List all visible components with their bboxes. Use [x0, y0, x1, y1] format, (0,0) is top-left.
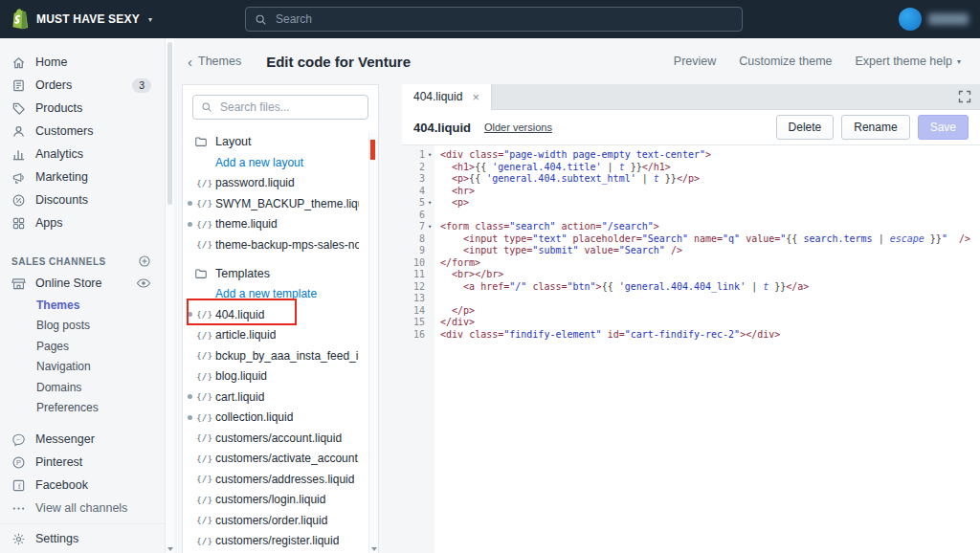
code-line: 4 <hr> [402, 186, 980, 198]
fold-caret-icon [425, 162, 434, 174]
fold-caret-icon[interactable]: ▾ [425, 149, 434, 162]
sidebar-item-facebook[interactable]: fFacebook [0, 474, 174, 497]
orders-icon [11, 78, 26, 93]
sidebar-item-analytics[interactable]: Analytics [0, 143, 174, 166]
sidebar-item-pages[interactable]: Pages [0, 336, 174, 357]
modified-dot [188, 394, 192, 399]
view-storefront-eye-icon[interactable] [136, 276, 151, 291]
file-name: collection.liquid [215, 410, 293, 424]
file-swym-backup-theme-liquid[interactable]: {/}SWYM_BACKUP_theme.liquid [183, 193, 378, 214]
header-action-customize-theme[interactable]: Customize theme [739, 55, 832, 68]
sidebar-item-marketing[interactable]: Marketing [0, 166, 174, 188]
sidebar-item-online-store[interactable]: Online Store [0, 272, 174, 295]
save-button[interactable]: Save [918, 115, 969, 140]
sidebar-item-apps[interactable]: Apps [0, 211, 174, 234]
rename-button[interactable]: Rename [841, 115, 909, 140]
code-text: </form> [434, 257, 480, 270]
sidebar-item-discounts[interactable]: Discounts [0, 188, 174, 211]
header-action-preview[interactable]: Preview [674, 55, 716, 68]
folder-templates[interactable]: Templates [183, 263, 378, 284]
fullscreen-icon[interactable] [957, 89, 972, 104]
sidebar-item-settings[interactable]: Settings [0, 523, 166, 553]
file-customers-order-liquid[interactable]: {/}customers/order.liquid [183, 510, 378, 531]
sidebar-item-label: Facebook [35, 478, 88, 492]
add-new-templates-link[interactable]: Add a new template [183, 284, 378, 305]
apps-icon [11, 216, 26, 231]
home-icon [11, 55, 26, 70]
products-icon [11, 101, 26, 116]
delete-button[interactable]: Delete [776, 115, 835, 140]
sidebar-item-preferences[interactable]: Preferences [0, 398, 174, 419]
sidebar-item-label: Discounts [35, 193, 88, 207]
sidebar-item-orders[interactable]: Orders3 [0, 74, 174, 97]
file-theme-backup-mps-sales-not[interactable]: {/}theme-backup-mps-sales-not... [183, 234, 378, 255]
file-customers-login-liquid[interactable]: {/}customers/login.liquid [183, 490, 378, 511]
sidebar-item-pinterest[interactable]: PPinterest [0, 451, 174, 474]
liquid-file-icon: {/} [196, 350, 215, 361]
file-theme-liquid[interactable]: {/}theme.liquid [183, 214, 378, 235]
scrollbar-thumb[interactable] [167, 42, 172, 205]
file-customers-register-liquid[interactable]: {/}customers/register.liquid [183, 531, 378, 552]
online-store-icon [11, 276, 26, 291]
sidebar-item-customers[interactable]: Customers [0, 120, 174, 143]
close-tab-icon[interactable]: × [472, 90, 479, 104]
add-new-layout-link[interactable]: Add a new layout [183, 152, 378, 173]
liquid-file-icon: {/} [196, 515, 215, 525]
sidebar-item-domains[interactable]: Domains [0, 377, 174, 398]
fold-caret-icon[interactable]: ▾ [425, 197, 434, 210]
tab-404-liquid[interactable]: 404.liquid × [402, 84, 492, 109]
sidebar-item-blog-posts[interactable]: Blog posts [0, 316, 174, 337]
file-search-input[interactable] [218, 100, 360, 115]
liquid-file-icon: {/} [196, 536, 215, 546]
sidebar-item-navigation[interactable]: Navigation [0, 357, 174, 378]
sidebar-item-products[interactable]: Products [0, 97, 174, 120]
line-number: 14 [402, 305, 434, 318]
sidebar-item-home[interactable]: Home [0, 51, 174, 74]
sidebar-item-themes[interactable]: Themes [0, 295, 174, 316]
code-text: <p>{{ 'general.404.subtext_html' | t }}<… [434, 173, 700, 186]
file-panel-scrollbar[interactable] [368, 133, 378, 553]
file-collection-liquid[interactable]: {/}collection.liquid [183, 408, 378, 429]
file-customers-activate-account-liq[interactable]: {/}customers/activate_account.liq... [183, 449, 378, 470]
svg-text:f: f [18, 481, 21, 491]
back-to-themes-link[interactable]: ‹ Themes [188, 55, 241, 69]
file-404-liquid[interactable]: {/}404.liquid [183, 304, 378, 325]
fold-caret-icon [425, 257, 434, 270]
file-cart-liquid[interactable]: {/}cart.liquid [183, 387, 378, 408]
file-customers-addresses-liquid[interactable]: {/}customers/addresses.liquid [183, 469, 378, 490]
scrollbar-down-arrow-icon[interactable] [371, 547, 377, 551]
global-search[interactable] [245, 7, 743, 32]
sidebar-item-view-all-channels[interactable]: View all channels [0, 497, 174, 520]
folder-name: Templates [215, 267, 270, 280]
file-article-liquid[interactable]: {/}article.liquid [183, 325, 378, 346]
sidebar-item-label: Customers [35, 124, 93, 138]
file-search[interactable] [192, 95, 368, 120]
add-sales-channel-icon[interactable] [138, 254, 151, 268]
liquid-file-icon: {/} [196, 412, 215, 423]
liquid-file-icon: {/} [196, 495, 215, 505]
file-bckup-by-aaa-insta-feed-inde[interactable]: {/}bckup_by_aaa_insta_feed_inde... [183, 345, 378, 366]
user-menu[interactable] [899, 7, 969, 32]
scrollbar-down-arrow-icon[interactable] [167, 547, 173, 551]
sidebar-scrollbar[interactable] [165, 38, 174, 553]
line-number: 3 [402, 173, 434, 186]
older-versions-link[interactable]: Older versions [484, 122, 552, 133]
global-search-input[interactable] [274, 11, 733, 27]
avatar [899, 8, 922, 31]
fold-caret-icon [425, 317, 434, 329]
fold-caret-icon[interactable]: ▾ [425, 221, 434, 233]
file-blog-liquid[interactable]: {/}blog.liquid [183, 366, 378, 387]
header-action-expert-theme-help[interactable]: Expert theme help▾ [856, 55, 961, 68]
code-line: 6 [402, 210, 980, 222]
line-number: 15 [402, 317, 434, 329]
sidebar-item-messenger[interactable]: Messenger [0, 428, 174, 451]
online-store-subnav: ThemesBlog postsPagesNavigationDomainsPr… [0, 295, 174, 418]
fold-caret-icon [425, 245, 434, 257]
code-area[interactable]: 1▾<div class="page-width page-empty text… [402, 145, 980, 553]
file-password-liquid[interactable]: {/}password.liquid [183, 173, 378, 194]
line-number: 16 [402, 329, 434, 342]
file-customers-account-liquid[interactable]: {/}customers/account.liquid [183, 428, 378, 449]
folder-layout[interactable]: Layout [183, 131, 378, 152]
store-menu[interactable]: MUST HAVE SEXY ▾ [10, 0, 152, 38]
file-name: SWYM_BACKUP_theme.liquid [215, 197, 359, 210]
